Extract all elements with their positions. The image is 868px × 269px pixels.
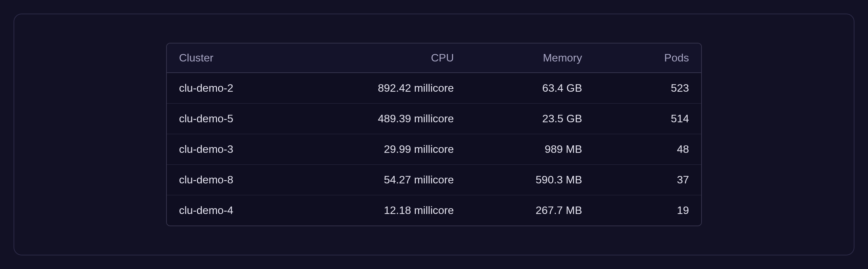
header-pods[interactable]: Pods	[594, 43, 701, 73]
cluster-metrics-panel: Cluster CPU Memory Pods clu-demo-2 892.4…	[14, 14, 854, 255]
table-row[interactable]: clu-demo-2 892.42 millicore 63.4 GB 523	[167, 73, 701, 104]
cluster-table: Cluster CPU Memory Pods clu-demo-2 892.4…	[167, 43, 701, 226]
table-row[interactable]: clu-demo-5 489.39 millicore 23.5 GB 514	[167, 104, 701, 134]
cluster-table-wrapper: Cluster CPU Memory Pods clu-demo-2 892.4…	[166, 43, 702, 226]
table-row[interactable]: clu-demo-8 54.27 millicore 590.3 MB 37	[167, 165, 701, 195]
header-cluster[interactable]: Cluster	[167, 43, 316, 73]
table-row[interactable]: clu-demo-4 12.18 millicore 267.7 MB 19	[167, 195, 701, 226]
cell-cpu: 892.42 millicore	[316, 73, 466, 104]
cell-memory: 590.3 MB	[466, 165, 594, 195]
cell-pods: 37	[594, 165, 701, 195]
cell-memory: 23.5 GB	[466, 104, 594, 134]
cell-cpu: 489.39 millicore	[316, 104, 466, 134]
cell-memory: 63.4 GB	[466, 73, 594, 104]
cell-cluster: clu-demo-5	[167, 104, 316, 134]
cell-cluster: clu-demo-8	[167, 165, 316, 195]
header-cpu[interactable]: CPU	[316, 43, 466, 73]
cell-cpu: 54.27 millicore	[316, 165, 466, 195]
cell-memory: 267.7 MB	[466, 195, 594, 226]
cell-cpu: 12.18 millicore	[316, 195, 466, 226]
table-row[interactable]: clu-demo-3 29.99 millicore 989 MB 48	[167, 134, 701, 165]
cell-cluster: clu-demo-3	[167, 134, 316, 165]
cell-pods: 48	[594, 134, 701, 165]
cell-cluster: clu-demo-4	[167, 195, 316, 226]
cell-pods: 19	[594, 195, 701, 226]
cell-pods: 523	[594, 73, 701, 104]
cell-cluster: clu-demo-2	[167, 73, 316, 104]
table-header-row: Cluster CPU Memory Pods	[167, 43, 701, 73]
cell-cpu: 29.99 millicore	[316, 134, 466, 165]
cell-pods: 514	[594, 104, 701, 134]
cell-memory: 989 MB	[466, 134, 594, 165]
header-memory[interactable]: Memory	[466, 43, 594, 73]
